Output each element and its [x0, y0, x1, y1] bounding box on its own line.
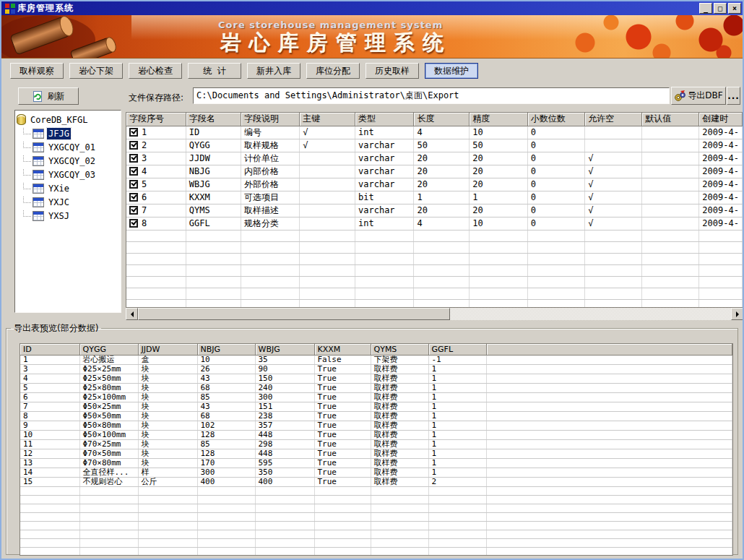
- checkbox-checked-icon[interactable]: [129, 219, 138, 228]
- preview-row[interactable]: 5Φ25×80mm块68240True取样费1: [20, 383, 732, 392]
- preview-row[interactable]: 9Φ50×80mm块102357True取样费1: [20, 421, 732, 430]
- preview-row[interactable]: 4Φ25×50mm块43150True取样费1: [20, 374, 732, 383]
- field-created-cell: 2009-4-: [699, 165, 743, 178]
- toolbar-button-3[interactable]: 岩心检查: [129, 63, 182, 79]
- fields-col-header-7[interactable]: 精度: [470, 113, 528, 126]
- preview-cell: 5: [20, 383, 79, 392]
- preview-cell: 85: [197, 392, 255, 402]
- empty-row: [126, 241, 743, 253]
- checkbox-checked-icon[interactable]: [129, 206, 138, 215]
- toolbar-button-5[interactable]: 新井入库: [247, 63, 300, 79]
- tree-item-7[interactable]: YXSJ: [17, 209, 119, 223]
- scroll-thumb[interactable]: [138, 308, 450, 320]
- preview-col-header-5[interactable]: WBJG: [255, 344, 314, 355]
- preview-col-header-6[interactable]: KXXM: [314, 344, 371, 355]
- refresh-button[interactable]: 刷新: [18, 87, 79, 105]
- preview-col-header-1[interactable]: ID: [20, 344, 79, 355]
- preview-row[interactable]: 10Φ50×100mm块128448True取样费1: [20, 430, 732, 439]
- preview-cell: [486, 383, 732, 392]
- empty-row: [126, 299, 743, 308]
- preview-row[interactable]: 14全直径样...样300350True取样费1: [20, 468, 732, 477]
- field-default-cell: [642, 204, 699, 217]
- preview-row[interactable]: 13Φ70×80mm块170595True取样费1: [20, 458, 732, 468]
- tree-item-2[interactable]: YXGCQY_01: [17, 140, 119, 154]
- checkbox-checked-icon[interactable]: [129, 193, 138, 202]
- minimize-button[interactable]: _: [699, 3, 712, 14]
- preview-cell: True: [314, 374, 371, 383]
- checkbox-checked-icon[interactable]: [129, 167, 138, 176]
- field-row[interactable]: 1ID编号√int41002009-4-: [126, 126, 743, 139]
- field-scale-cell: 0: [527, 139, 584, 152]
- fields-col-header-3[interactable]: 字段说明: [241, 113, 299, 126]
- save-path-input[interactable]: [193, 87, 670, 104]
- toolbar-button-6[interactable]: 库位分配: [306, 63, 360, 79]
- scroll-track[interactable]: [450, 308, 731, 320]
- field-name-cell: WBJG: [186, 178, 241, 191]
- field-pk-cell: √: [300, 126, 355, 139]
- preview-row[interactable]: 1岩心搬运盒1035False下架费-1: [20, 355, 732, 364]
- preview-col-header-4[interactable]: NBJG: [197, 344, 255, 355]
- preview-row[interactable]: 12Φ70×50mm块128448True取样费1: [20, 449, 732, 458]
- fields-col-header-1[interactable]: 字段序号: [126, 113, 186, 126]
- fields-col-header-6[interactable]: 长度: [414, 113, 470, 126]
- field-row[interactable]: 2QYGG取样规格√varchar505002009-4-: [126, 139, 743, 152]
- preview-col-header-8[interactable]: GGFL: [428, 344, 486, 355]
- field-row[interactable]: 7QYMS取样描述varchar20200√2009-4-: [126, 204, 743, 217]
- preview-cell: 170: [197, 458, 255, 468]
- fields-col-header-9[interactable]: 允许空: [585, 113, 642, 126]
- preview-row[interactable]: 11Φ70×25mm块85298True取样费1: [20, 439, 732, 449]
- checkbox-checked-icon[interactable]: [129, 180, 138, 189]
- fields-col-header-2[interactable]: 字段名: [186, 113, 241, 126]
- tree-root-node[interactable]: CoreDB_KFGL: [17, 113, 119, 126]
- scroll-right-button[interactable]: [731, 308, 743, 320]
- checkbox-checked-icon[interactable]: [129, 154, 138, 163]
- preview-row[interactable]: 8Φ50×50mm块68238True取样费1: [20, 411, 732, 421]
- field-row[interactable]: 3JJDW计价单位varchar20200√2009-4-: [126, 152, 743, 165]
- fields-hscrollbar[interactable]: [126, 308, 743, 320]
- maximize-button[interactable]: □: [714, 3, 727, 14]
- tree-item-4[interactable]: YXGCQY_03: [17, 168, 119, 181]
- field-pk-cell: [300, 204, 355, 217]
- field-scale-cell: 0: [527, 152, 584, 165]
- scroll-left-button[interactable]: [126, 308, 138, 320]
- field-type-cell: varchar: [355, 139, 414, 152]
- preview-col-header-9[interactable]: [486, 344, 732, 355]
- preview-cell: 150: [255, 374, 314, 383]
- fields-col-header-8[interactable]: 小数位数: [527, 113, 584, 126]
- field-row[interactable]: 5WBJG外部价格varchar20200√2009-4-: [126, 178, 743, 191]
- preview-row[interactable]: 7Φ50×25mm块43151True取样费1: [20, 402, 732, 411]
- tree-item-6[interactable]: YXJC: [17, 195, 119, 209]
- field-row[interactable]: 6KXXM可选项目bit110√2009-4-: [126, 191, 743, 204]
- close-button[interactable]: ×: [728, 3, 741, 14]
- fields-col-header-4[interactable]: 主键: [300, 113, 355, 126]
- preview-groupbox: 导出表预览(部分数据) IDQYGGJJDWNBJGWBJGKXXMQYMSGG…: [6, 322, 738, 555]
- tree-item-5[interactable]: YXie: [17, 181, 119, 195]
- field-row[interactable]: 8GGFL规格分类int4100√2009-4-: [126, 217, 743, 230]
- fields-col-header-5[interactable]: 类型: [355, 113, 414, 126]
- tree-item-3[interactable]: YXGCQY_02: [17, 154, 119, 168]
- preview-col-header-3[interactable]: JJDW: [138, 344, 197, 355]
- preview-row[interactable]: 6Φ25×100mm块85300True取样费1: [20, 392, 732, 402]
- empty-row: [126, 276, 743, 288]
- field-row[interactable]: 4NBJG内部价格varchar20200√2009-4-: [126, 165, 743, 178]
- checkbox-checked-icon[interactable]: [129, 128, 138, 137]
- toolbar-button-2[interactable]: 岩心下架: [69, 63, 123, 79]
- tree-item-1[interactable]: JFJG: [17, 126, 119, 140]
- field-seq: 7: [142, 205, 147, 215]
- preview-cell: 块: [138, 458, 197, 468]
- preview-cell: 68: [197, 383, 255, 392]
- browse-button[interactable]: ...: [727, 87, 740, 105]
- checkbox-checked-icon[interactable]: [129, 141, 138, 150]
- preview-col-header-2[interactable]: QYGG: [79, 344, 138, 355]
- toolbar-button-4[interactable]: 统 计: [188, 63, 241, 79]
- toolbar-button-7[interactable]: 历史取样: [365, 63, 419, 79]
- field-name-cell: ID: [186, 126, 241, 139]
- toolbar-button-1[interactable]: 取样观察: [10, 63, 64, 79]
- export-dbf-button[interactable]: 导出DBF: [671, 87, 726, 105]
- toolbar-button-8[interactable]: 数据维护: [425, 63, 478, 79]
- preview-col-header-7[interactable]: QYMS: [371, 344, 428, 355]
- preview-row[interactable]: 15不规则岩心公斤400400True取样费2: [20, 477, 732, 486]
- fields-col-header-11[interactable]: 创建时: [699, 113, 743, 126]
- fields-col-header-10[interactable]: 默认值: [642, 113, 699, 126]
- preview-row[interactable]: 3Φ25×25mm块2690True取样费1: [20, 364, 732, 374]
